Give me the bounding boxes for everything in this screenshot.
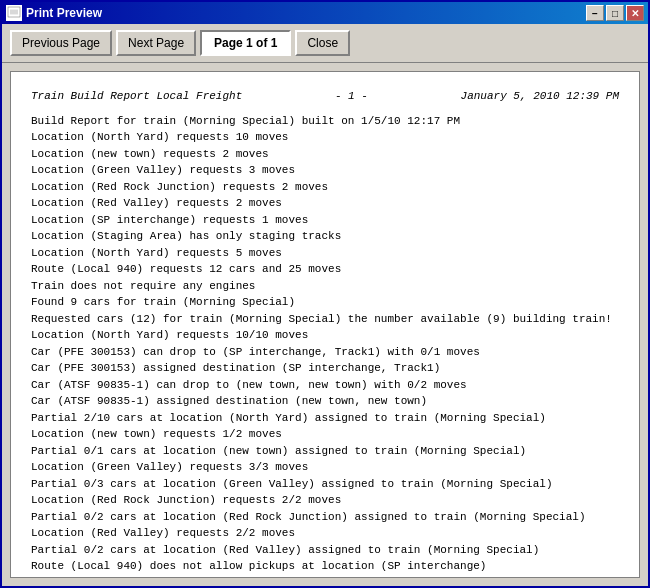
report-line: Location (SP interchange) requests 1 mov…	[31, 212, 619, 229]
report-title: Train Build Report Local Freight	[31, 88, 242, 105]
report-line: Build Report for train (Morning Special)…	[31, 113, 619, 130]
report-line: Location (Green Valley) requests 3/3 mov…	[31, 459, 619, 476]
report-line: Location (Staging Area) requests 0/1 mov…	[31, 575, 619, 579]
report-line: Partial 0/2 cars at location (Red Valley…	[31, 542, 619, 559]
report-line: Location (North Yard) requests 5 moves	[31, 245, 619, 262]
report-line: Partial 0/3 cars at location (Green Vall…	[31, 476, 619, 493]
report-lines: Build Report for train (Morning Special)…	[31, 113, 619, 579]
svg-rect-1	[10, 9, 18, 15]
maximize-button[interactable]: □	[606, 5, 624, 21]
previous-page-button[interactable]: Previous Page	[10, 30, 112, 56]
report-line: Route (Local 940) does not allow pickups…	[31, 558, 619, 575]
report-line: Requested cars (12) for train (Morning S…	[31, 311, 619, 328]
minimize-button[interactable]: −	[586, 5, 604, 21]
report-line: Location (Red Valley) requests 2 moves	[31, 195, 619, 212]
close-window-button[interactable]: ✕	[626, 5, 644, 21]
report-line: Route (Local 940) requests 12 cars and 2…	[31, 261, 619, 278]
window-controls: − □ ✕	[586, 5, 644, 21]
next-page-button[interactable]: Next Page	[116, 30, 196, 56]
report-line: Car (PFE 300153) assigned destination (S…	[31, 360, 619, 377]
report-line: Location (Red Rock Junction) requests 2 …	[31, 179, 619, 196]
report-line: Car (ATSF 90835-1) can drop to (new town…	[31, 377, 619, 394]
print-preview-window: Print Preview − □ ✕ Previous Page Next P…	[0, 0, 650, 588]
content-area: Train Build Report Local Freight - 1 - J…	[2, 63, 648, 586]
report-line: Car (PFE 300153) can drop to (SP interch…	[31, 344, 619, 361]
report-header: Train Build Report Local Freight - 1 - J…	[31, 88, 619, 105]
window-title: Print Preview	[26, 6, 586, 20]
window-icon	[6, 5, 22, 21]
page-content[interactable]: Train Build Report Local Freight - 1 - J…	[10, 71, 640, 578]
report-line: Location (new town) requests 2 moves	[31, 146, 619, 163]
report-line: Partial 0/2 cars at location (Red Rock J…	[31, 509, 619, 526]
report-line: Location (North Yard) requests 10/10 mov…	[31, 327, 619, 344]
report-line: Found 9 cars for train (Morning Special)	[31, 294, 619, 311]
title-bar: Print Preview − □ ✕	[2, 2, 648, 24]
report-line: Car (ATSF 90835-1) assigned destination …	[31, 393, 619, 410]
report-line: Partial 0/1 cars at location (new town) …	[31, 443, 619, 460]
close-button[interactable]: Close	[295, 30, 350, 56]
report-line: Partial 2/10 cars at location (North Yar…	[31, 410, 619, 427]
report-page-num: - 1 -	[335, 88, 368, 105]
page-indicator: Page 1 of 1	[200, 30, 291, 56]
report-line: Location (North Yard) requests 10 moves	[31, 129, 619, 146]
report-line: Location (Red Rock Junction) requests 2/…	[31, 492, 619, 509]
report-line: Location (Red Valley) requests 2/2 moves	[31, 525, 619, 542]
report-line: Train does not require any engines	[31, 278, 619, 295]
report-line: Location (Staging Area) has only staging…	[31, 228, 619, 245]
report-line: Location (Green Valley) requests 3 moves	[31, 162, 619, 179]
report-date: January 5, 2010 12:39 PM	[461, 88, 619, 105]
toolbar: Previous Page Next Page Page 1 of 1 Clos…	[2, 24, 648, 63]
report-line: Location (new town) requests 1/2 moves	[31, 426, 619, 443]
